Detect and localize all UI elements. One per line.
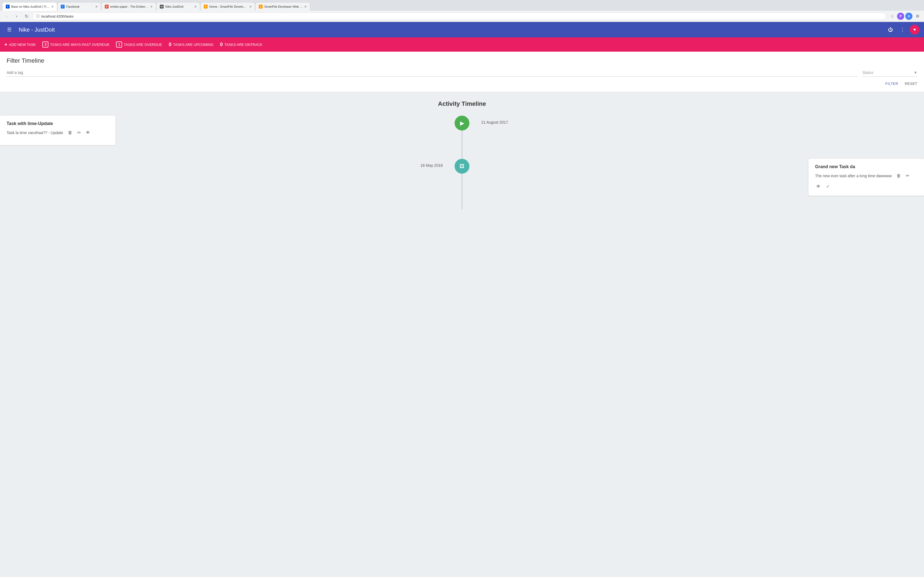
timeline-title: Activity Timeline: [0, 100, 924, 108]
browser-toolbar-icons: ☆ P G ⚙: [888, 12, 921, 20]
user-avatar[interactable]: ♥: [910, 25, 919, 35]
tab-title-smartfile2: SmartFile Developer Web App...: [264, 5, 303, 8]
tab-favicon-ember: E: [105, 5, 108, 8]
task1-title: Task with time-Update: [6, 121, 109, 126]
app-title: Nike - JustDoIt: [19, 27, 881, 33]
tab-close-smartfile1[interactable]: ×: [249, 5, 252, 9]
tab-title-nike: Nike-JustDoIt: [165, 5, 193, 8]
timeline-item-task1: Task with time-Update Task la time varut…: [0, 116, 924, 145]
task2-card-actions: 👁 ✓: [815, 183, 918, 190]
task2-title: Grand new Task da: [815, 164, 918, 169]
tab-smartfile2[interactable]: S SmartFile Developer Web App... ×: [255, 2, 310, 11]
ontrack-label: TASKS ARE ONTRACK: [225, 43, 262, 47]
tab-title-smartfile1: Home - SmartFile Developers: [209, 5, 248, 8]
status-dropdown[interactable]: Status ▼: [863, 69, 918, 77]
chevron-down-icon: ▼: [914, 70, 918, 75]
bookmark-button[interactable]: ☆: [888, 12, 896, 20]
task2-edit-button[interactable]: ✏: [905, 172, 911, 179]
profile-avatar[interactable]: P: [897, 13, 904, 20]
tab-close-facebook[interactable]: ×: [95, 5, 98, 9]
tab-close-nike[interactable]: ×: [194, 5, 197, 9]
menu-button[interactable]: ☰: [5, 25, 14, 35]
more-icon: ⋮: [900, 27, 905, 33]
action-bar: + ADD NEW TASK 3 TASKS ARE WAYS PAST OVE…: [0, 37, 924, 52]
ways-past-overdue-count: 3: [45, 43, 47, 47]
tag-input[interactable]: [6, 69, 858, 77]
more-button[interactable]: ⋮: [898, 25, 908, 35]
back-button[interactable]: ‹: [3, 12, 10, 20]
task1-date: 21 August 2017: [481, 120, 508, 124]
task2-dot: 🖼: [455, 159, 469, 174]
image-icon: 🖼: [460, 163, 464, 169]
upcoming-button[interactable]: 0 TASKS ARE UPCOMING: [169, 42, 213, 48]
power-icon: ⏻: [888, 27, 893, 33]
ways-past-overdue-badge: 3: [42, 42, 48, 48]
tab-favicon-nike: N: [160, 5, 164, 8]
navbar: ☰ Nike - JustDoIt ⏻ ⋮ ♥: [0, 22, 924, 37]
tab-favicon-trello: T: [6, 5, 10, 8]
tab-title-trello: Base on Nike-JustDoIt | Trello: [11, 5, 50, 8]
ways-past-overdue-button[interactable]: 3 TASKS ARE WAYS PAST OVERDUE: [42, 42, 110, 48]
video-icon: ▶: [460, 120, 464, 126]
tab-close-trello[interactable]: ×: [52, 5, 53, 9]
filter-title: Filter Timeline: [6, 57, 918, 64]
address-bar[interactable]: ⓘ localhost:4200/tasks: [32, 12, 886, 20]
tab-favicon-smartfile1: S: [204, 5, 208, 8]
task1-view-button[interactable]: 👁: [85, 129, 91, 136]
tab-title-facebook: Facebook: [66, 5, 94, 8]
filter-section: Filter Timeline Status ▼ FILTER RESET: [0, 52, 924, 92]
filter-button[interactable]: FILTER: [885, 80, 898, 87]
task2-desc: The new ever task after a long time daww…: [815, 172, 918, 179]
task1-edit-button[interactable]: ✏: [76, 129, 82, 136]
overdue-button[interactable]: 1 TASKS ARE OVERDUE: [116, 42, 162, 48]
ways-past-overdue-label: TASKS ARE WAYS PAST OVERDUE: [50, 43, 110, 47]
power-button[interactable]: ⏻: [885, 25, 895, 35]
heart-icon: ♥: [913, 27, 916, 32]
task1-card: Task with time-Update Task la time varut…: [0, 116, 115, 145]
add-task-label: ADD NEW TASK: [9, 43, 36, 47]
tab-nike[interactable]: N Nike-JustDoIt ×: [156, 2, 200, 11]
filter-actions: FILTER RESET: [6, 80, 918, 87]
task2-date: 16 May 2018: [420, 163, 443, 168]
browser-tabs: T Base on Nike-JustDoIt | Trello × f Fac…: [0, 0, 924, 11]
google-account[interactable]: G: [905, 13, 913, 20]
hamburger-icon: ☰: [7, 27, 11, 33]
overdue-count: 1: [118, 43, 120, 47]
plus-icon: +: [5, 42, 7, 48]
timeline-container: Task with time-Update Task la time varut…: [0, 116, 924, 210]
extensions-button[interactable]: ⚙: [914, 12, 921, 20]
status-placeholder: Status: [863, 70, 873, 75]
reload-button[interactable]: ↻: [23, 12, 30, 20]
task2-view-button[interactable]: 👁: [815, 183, 822, 190]
forward-button[interactable]: ›: [13, 12, 20, 20]
filter-row: Status ▼: [6, 69, 918, 77]
navbar-icons: ⏻ ⋮ ♥: [885, 25, 919, 35]
tab-trello[interactable]: T Base on Nike-JustDoIt | Trello ×: [2, 2, 57, 11]
task1-dot: ▶: [455, 116, 469, 131]
overdue-label: TASKS ARE OVERDUE: [124, 43, 162, 47]
ontrack-zero: 0: [220, 42, 223, 48]
timeline-section: Activity Timeline Task with time-Update …: [0, 92, 924, 218]
task2-delete-button[interactable]: 🗑: [895, 172, 902, 179]
browser-chrome: T Base on Nike-JustDoIt | Trello × f Fac…: [0, 0, 924, 22]
tab-close-smartfile2[interactable]: ×: [304, 5, 307, 9]
overdue-badge: 1: [116, 42, 122, 48]
task2-check-button[interactable]: ✓: [825, 183, 831, 190]
tab-title-ember: ember-paper - The Ember app...: [110, 5, 149, 8]
browser-toolbar: ‹ › ↻ ⓘ localhost:4200/tasks ☆ P G ⚙: [0, 11, 924, 22]
tab-close-ember[interactable]: ×: [150, 5, 153, 9]
app: ☰ Nike - JustDoIt ⏻ ⋮ ♥ + ADD NEW TASK 3…: [0, 22, 924, 577]
tab-favicon-facebook: f: [61, 5, 65, 8]
tab-smartfile1[interactable]: S Home - SmartFile Developers ×: [200, 2, 255, 11]
address-text: localhost:4200/tasks: [41, 14, 882, 18]
timeline-item-task2: 16 May 2018 🖼 Grand new Task da The new …: [0, 159, 924, 196]
lock-icon: ⓘ: [36, 14, 40, 19]
tab-favicon-smartfile2: S: [259, 5, 263, 8]
tab-facebook[interactable]: f Facebook ×: [57, 2, 101, 11]
ontrack-button[interactable]: 0 TASKS ARE ONTRACK: [220, 42, 262, 48]
reset-button[interactable]: RESET: [905, 80, 918, 87]
task1-delete-button[interactable]: 🗑: [67, 129, 73, 136]
add-new-task-button[interactable]: + ADD NEW TASK: [5, 42, 36, 48]
task1-desc: Task la time varuthaa?? - Update 🗑 ✏ 👁: [6, 129, 109, 136]
tab-ember[interactable]: E ember-paper - The Ember app... ×: [101, 2, 156, 11]
